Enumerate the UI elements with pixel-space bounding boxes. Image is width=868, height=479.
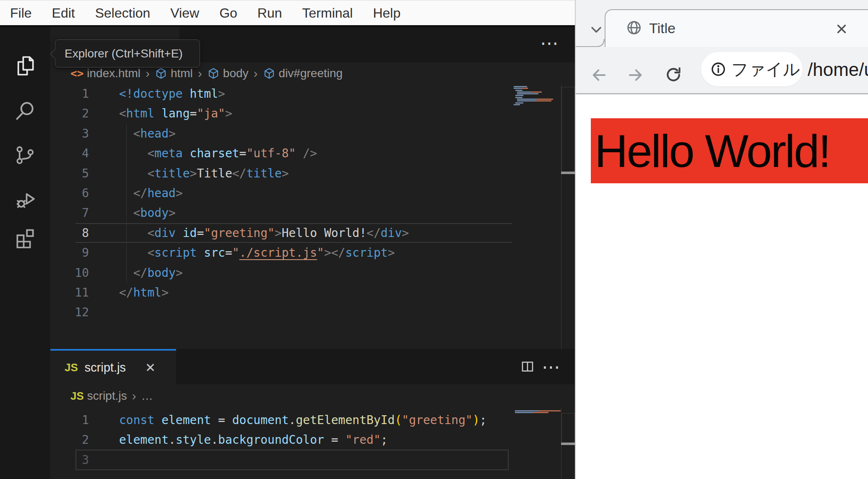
globe-icon	[626, 19, 642, 36]
breadcrumb-label: index.html	[87, 67, 140, 80]
url-site-chip[interactable]: ファイル	[701, 52, 803, 86]
menu-item-terminal[interactable]: Terminal	[292, 0, 363, 26]
explorer-tooltip: Explorer (Ctrl+Shift+E)	[55, 39, 200, 68]
browser-tab-title: Title	[649, 20, 676, 36]
js-file-icon: JS	[70, 390, 84, 403]
line-number: 1	[50, 410, 89, 430]
code-line[interactable]: 8 <div id="greeting">Hello World!</div>	[50, 223, 512, 243]
breadcrumb-item-file[interactable]: JSscript.js	[70, 389, 127, 403]
scrollbar-marker[interactable]	[561, 443, 575, 445]
line-number: 2	[50, 104, 89, 123]
run-and-debug-icon[interactable]	[13, 188, 37, 211]
line-number: 10	[50, 263, 89, 283]
menu-item-run[interactable]: Run	[247, 0, 292, 26]
close-tab-icon[interactable]	[834, 22, 849, 36]
url-chip-label: ファイル	[731, 58, 800, 81]
minimap-mark	[517, 91, 530, 93]
minimap-mark	[514, 88, 521, 89]
minimap-mark	[517, 99, 537, 100]
symbol-element-icon	[263, 67, 275, 80]
code-editor-html[interactable]: 1<!doctype html>2<html lang="ja">3 <head…	[50, 84, 512, 323]
tab-curve	[597, 39, 605, 47]
code-line[interactable]: 9 <script src="./script.js"></script>	[50, 243, 512, 263]
breadcrumb-item-html[interactable]: html	[155, 67, 193, 80]
scrollbar-marker[interactable]	[561, 172, 575, 174]
breadcrumb-separator: ›	[146, 66, 150, 81]
browser-tab[interactable]	[605, 9, 868, 47]
tab-script-js[interactable]: JS script.js ✕	[50, 349, 176, 384]
code-line[interactable]: 10 </body>	[50, 263, 512, 283]
extensions-icon[interactable]	[13, 227, 37, 250]
menu-item-help[interactable]: Help	[363, 0, 411, 26]
code-text: <script src="./script.js"></script>	[119, 243, 395, 263]
screen: FileEditSelectionViewGoRunTerminalHelp ⋯…	[0, 0, 868, 479]
minimap-mark	[515, 97, 522, 98]
breadcrumb-label: div#greeting	[279, 67, 343, 80]
code-text: <div id="greeting">Hello World!</div>	[119, 223, 409, 243]
line-number: 3	[50, 124, 89, 143]
minimap-mark	[521, 88, 528, 89]
line-number: 12	[50, 302, 89, 322]
code-line[interactable]: 1<!doctype html>	[50, 84, 512, 104]
code-line[interactable]: 2element.style.backgroundColor = "red";	[50, 430, 512, 450]
code-text: element.style.backgroundColor = "red";	[119, 430, 388, 450]
menu-item-file[interactable]: File	[0, 0, 42, 26]
info-icon	[710, 61, 726, 77]
activity-bar	[0, 27, 51, 479]
source-control-icon[interactable]	[13, 143, 37, 167]
minimap-mark	[517, 100, 536, 102]
scrollbar-slider[interactable]	[561, 413, 575, 444]
search-icon[interactable]	[13, 99, 37, 122]
code-text: <title>Title</title>	[119, 164, 289, 183]
breadcrumb-label: html	[171, 67, 193, 80]
symbol-element-icon	[207, 67, 220, 80]
code-line[interactable]: 11</html>	[50, 283, 512, 302]
code-text: <meta charset="utf-8" />	[119, 143, 317, 163]
code-line[interactable]: 2<html lang="ja">	[50, 104, 512, 123]
code-line[interactable]: 12	[50, 302, 512, 322]
code-line[interactable]: 3	[50, 450, 512, 470]
code-line[interactable]: 7 <body>	[50, 203, 512, 223]
menu-item-selection[interactable]: Selection	[85, 0, 161, 26]
code-editor-js[interactable]: 1const element = document.getElementById…	[50, 410, 512, 471]
chevron-down-icon[interactable]	[589, 23, 604, 37]
code-line[interactable]: 1const element = document.getElementById…	[50, 410, 512, 430]
more-actions-icon[interactable]: ⋯	[541, 361, 562, 374]
breadcrumb-ellipsis[interactable]: …	[141, 389, 153, 403]
code-line[interactable]: 6 </head>	[50, 183, 512, 203]
js-file-icon: JS	[65, 361, 78, 374]
forward-icon[interactable]	[626, 66, 644, 84]
code-line[interactable]: 3 <head>	[50, 124, 512, 143]
breadcrumb-separator: ›	[254, 66, 258, 81]
line-number: 2	[50, 430, 89, 450]
minimap-mark	[514, 104, 520, 105]
code-text: </body>	[119, 263, 183, 283]
breadcrumb: JSscript.js›…	[50, 384, 575, 408]
more-actions-icon[interactable]: ⋯	[539, 37, 560, 50]
menu-item-go[interactable]: Go	[209, 0, 247, 26]
line-number: 7	[50, 203, 89, 223]
minimap-mark	[531, 91, 542, 93]
breadcrumb-item-file[interactable]: <>index.html	[70, 67, 140, 80]
breadcrumb-item-body[interactable]: body	[207, 67, 249, 80]
explorer-icon[interactable]	[13, 54, 37, 78]
line-number: 1	[50, 84, 89, 104]
minimap-mark	[533, 412, 548, 413]
close-tab-icon[interactable]: ✕	[145, 360, 156, 375]
address-bar-url[interactable]: /home/u	[808, 57, 868, 82]
code-text: <head>	[119, 124, 176, 143]
scrollbar-slider[interactable]	[561, 87, 575, 173]
breadcrumb-item-div-greeting[interactable]: div#greeting	[263, 67, 343, 80]
reload-icon[interactable]	[664, 65, 683, 84]
code-text: <!doctype html>	[119, 84, 225, 104]
code-line[interactable]: 5 <title>Title</title>	[50, 164, 512, 183]
split-editor-icon[interactable]	[520, 359, 535, 374]
code-line[interactable]: 4 <meta charset="utf-8" />	[50, 143, 512, 163]
menu-item-edit[interactable]: Edit	[42, 0, 85, 26]
line-number: 4	[50, 143, 89, 163]
code-text: <body>	[119, 203, 176, 223]
menu-item-view[interactable]: View	[160, 0, 209, 26]
minimap-mark	[515, 90, 522, 91]
back-icon[interactable]	[590, 66, 608, 84]
breadcrumb-separator: ›	[198, 66, 202, 81]
